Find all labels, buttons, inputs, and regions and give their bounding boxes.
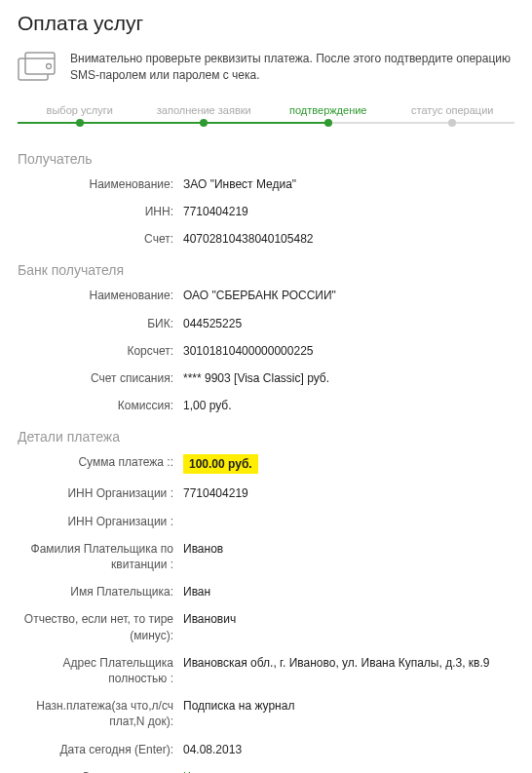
wallet-icon <box>18 51 57 84</box>
bank-corr-label: Корсчет: <box>18 343 183 359</box>
bank-writeoff-label: Счет списания: <box>18 370 183 386</box>
bank-bik-value: 044525225 <box>183 316 514 331</box>
recipient-name-value: ЗАО "Инвест Медиа" <box>183 176 514 192</box>
firstname-value: Иван <box>183 584 514 599</box>
bank-commission-value: 1,00 руб. <box>183 398 514 413</box>
surname-label: Фамилия Плательщика по квитанции : <box>18 541 183 572</box>
step-2: заполнение заявки <box>142 104 267 116</box>
org-inn2-label: ИНН Организации : <box>18 514 183 529</box>
amount-value: 100.00 руб. <box>183 454 258 474</box>
step-3: подтверждение <box>266 104 391 116</box>
page-title: Оплата услуг <box>18 12 514 35</box>
bank-name-value: ОАО "СБЕРБАНК РОССИИ" <box>183 288 514 303</box>
org-inn-value: 7710404219 <box>183 485 514 501</box>
date-value: 04.08.2013 <box>183 742 514 757</box>
recipient-account-value: 40702810438040105482 <box>183 231 514 247</box>
surname-value: Иванов <box>183 541 514 557</box>
address-label: Адрес Плательщика полностью : <box>18 655 183 686</box>
bank-bik-label: БИК: <box>18 316 183 331</box>
org-inn-label: ИНН Организации : <box>18 485 183 501</box>
amount-label: Сумма платежа :: <box>18 454 183 470</box>
bank-writeoff-value: **** 9903 [Visa Classic] руб. <box>183 370 514 386</box>
section-details-title: Детали платежа <box>18 429 514 444</box>
bank-name-label: Наименование: <box>18 288 183 303</box>
step-4: статус операции <box>391 104 515 116</box>
recipient-name-label: Наименование: <box>18 176 183 192</box>
info-text: Внимательно проверьте реквизиты платежа.… <box>70 51 514 85</box>
recipient-inn-value: 7710404219 <box>183 204 514 219</box>
address-value: Ивановская обл., г. Иваново, ул. Ивана К… <box>183 655 514 671</box>
purpose-value: Подписка на журнал <box>183 698 514 714</box>
purpose-label: Назн.платежа(за что,л/сч плат,N док): <box>18 698 183 729</box>
svg-rect-1 <box>25 53 55 74</box>
date-label: Дата сегодня (Enter): <box>18 742 183 757</box>
patronymic-value: Иванович <box>183 611 514 627</box>
recipient-account-label: Счет: <box>18 231 183 247</box>
section-bank-title: Банк получателя <box>18 262 514 278</box>
status-label: Статус платежа : <box>18 769 183 773</box>
bank-corr-value: 30101810400000000225 <box>183 343 514 359</box>
section-recipient-title: Получатель <box>18 151 514 167</box>
step-1: выбор услуги <box>18 104 142 116</box>
patronymic-label: Отчество, если нет, то тире (минус): <box>18 611 183 642</box>
firstname-label: Имя Плательщика: <box>18 584 183 599</box>
info-banner: Внимательно проверьте реквизиты платежа.… <box>18 51 514 85</box>
progress-steps: выбор услуги заполнение заявки подтвержд… <box>18 104 514 128</box>
bank-commission-label: Комиссия: <box>18 398 183 413</box>
recipient-inn-label: ИНН: <box>18 204 183 219</box>
